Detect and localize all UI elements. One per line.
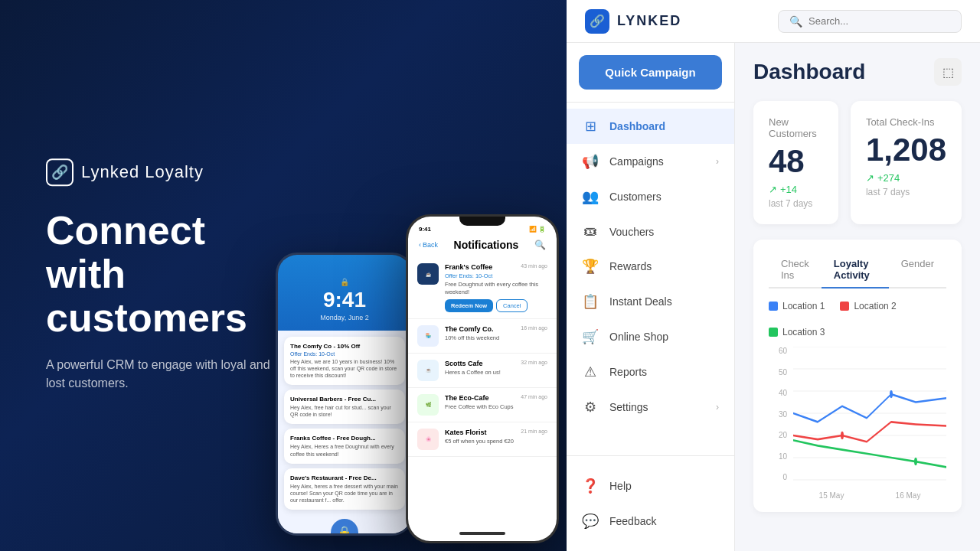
app-logo-text: LYNKED bbox=[617, 13, 681, 29]
front-nav: ‹ Back Notifications 🔍 bbox=[408, 236, 557, 254]
home-indicator bbox=[408, 526, 557, 541]
scotts-avatar: ☕ bbox=[417, 360, 439, 381]
back-notif-3: Franks Coffee - Free Dough... Hey Alex, … bbox=[284, 429, 405, 463]
sidebar-top: Quick Campaign bbox=[567, 43, 734, 103]
sidebar-item-dashboard[interactable]: ⊞ Dashboard bbox=[567, 109, 734, 144]
back-notif-2: Universal Barbers - Free Cu... Hey Alex,… bbox=[284, 390, 405, 424]
quick-campaign-button[interactable]: Quick Campaign bbox=[579, 55, 722, 90]
legend-loc3-dot bbox=[769, 328, 778, 337]
hero-subtitle: A powerful CRM to engage with loyal and … bbox=[46, 356, 291, 393]
chart-section: Check Ins Loyalty Activity Gender Locati… bbox=[753, 240, 962, 512]
comfy-avatar: 🏪 bbox=[417, 325, 439, 347]
customers-icon: 👥 bbox=[582, 188, 599, 205]
sidebar-item-settings[interactable]: ⚙ Settings › bbox=[567, 390, 734, 425]
vouchers-icon: 🎟 bbox=[582, 223, 599, 240]
legend-location2: Location 2 bbox=[840, 301, 896, 311]
search-bar[interactable]: 🔍 bbox=[778, 10, 962, 33]
notif-scotts: ☕ Scotts Cafe 32 min ago Heres a Coffee … bbox=[408, 354, 557, 388]
new-customers-period: last 7 days bbox=[769, 198, 823, 209]
new-customers-change: ↗ +14 bbox=[769, 184, 823, 195]
chart-tabs: Check Ins Loyalty Activity Gender bbox=[769, 252, 946, 289]
brand-name: Lynked Loyalty bbox=[81, 162, 204, 182]
sidebar-item-instant-deals[interactable]: 📋 Instant Deals bbox=[567, 284, 734, 319]
back-phone-time: 9:41 bbox=[287, 288, 402, 312]
online-shop-icon: 🛒 bbox=[582, 328, 599, 345]
settings-arrow: › bbox=[716, 402, 719, 412]
legend-loc2-dot bbox=[840, 302, 849, 311]
back-button[interactable]: ‹ Back bbox=[419, 241, 438, 249]
phone-notch bbox=[459, 217, 505, 226]
sidebar-item-help[interactable]: ❓ Help bbox=[567, 468, 734, 504]
help-icon: ❓ bbox=[582, 478, 599, 494]
phone-front: 9:41 📶 🔋 ‹ Back Notifications 🔍 ☕ Frank'… bbox=[406, 214, 559, 543]
franks-avatar: ☕ bbox=[417, 263, 439, 285]
stat-card-new-customers: New Customers 48 ↗ +14 last 7 days bbox=[753, 101, 838, 224]
app-logo-icon: 🔗 bbox=[585, 9, 609, 34]
stat-cards: New Customers 48 ↗ +14 last 7 days Total… bbox=[753, 101, 962, 224]
dashboard-header: Dashboard ⬚ bbox=[753, 58, 962, 86]
notif-comfy: 🏪 The Comfy Co. 16 min ago 10% off this … bbox=[408, 319, 557, 354]
hero-title: Connect with customers bbox=[46, 209, 291, 341]
sidebar-item-campaigns[interactable]: 📢 Campaigns › bbox=[567, 144, 734, 179]
instant-deals-icon: 📋 bbox=[582, 293, 599, 310]
cancel-button[interactable]: Cancel bbox=[496, 299, 528, 312]
total-checkins-period: last 7 days bbox=[866, 187, 946, 197]
svg-point-8 bbox=[841, 432, 844, 439]
up-arrow-icon: ↗ bbox=[769, 184, 777, 195]
new-customers-value: 48 bbox=[769, 145, 823, 178]
notif-franks: ☕ Frank's Coffee 43 min ago Offer Ends: … bbox=[408, 257, 557, 319]
eco-avatar: 🌿 bbox=[417, 394, 439, 416]
legend-location3: Location 3 bbox=[769, 327, 825, 337]
search-icon: 🔍 bbox=[789, 15, 802, 28]
tab-loyalty-activity[interactable]: Loyalty Activity bbox=[822, 252, 889, 289]
checkins-up-arrow-icon: ↗ bbox=[866, 172, 874, 184]
app-navbar: 🔗 LYNKED 🔍 bbox=[567, 0, 980, 43]
total-checkins-change: ↗ +274 bbox=[866, 172, 946, 184]
chart-plot bbox=[793, 347, 946, 481]
sidebar: Quick Campaign ⊞ Dashboard 📢 Campaigns ›… bbox=[567, 43, 735, 551]
dashboard-icon: ⊞ bbox=[582, 118, 599, 135]
back-notif-1: The Comfy Co - 10% Off Offer Ends: 10-Oc… bbox=[284, 337, 405, 385]
notifications-title: Notifications bbox=[438, 239, 534, 251]
chart-x-axis: 15 May 16 May bbox=[793, 491, 946, 500]
tab-gender[interactable]: Gender bbox=[889, 252, 946, 289]
chart-wrapper: 60 50 40 30 20 10 0 bbox=[769, 347, 946, 500]
svg-point-7 bbox=[890, 390, 893, 398]
settings-icon: ⚙ bbox=[582, 399, 599, 416]
dashboard-title: Dashboard bbox=[753, 60, 865, 84]
search-input[interactable] bbox=[808, 15, 950, 27]
chart-y-axis: 60 50 40 30 20 10 0 bbox=[769, 347, 790, 481]
legend-location1: Location 1 bbox=[769, 301, 825, 311]
app-logo: 🔗 LYNKED bbox=[585, 9, 681, 34]
rewards-icon: 🏆 bbox=[582, 258, 599, 275]
brand-logo: 🔗 Lynked Loyalty bbox=[46, 158, 291, 186]
dashboard-export-icon[interactable]: ⬚ bbox=[934, 58, 962, 86]
back-notif-4: Dave's Restaurant - Free De... Hey Alex,… bbox=[284, 468, 405, 510]
right-panel: 🔗 LYNKED 🔍 Quick Campaign ⊞ Dashboard 📢 … bbox=[567, 0, 980, 551]
phone-back: 🔒 9:41 Monday, June 2 The Comfy Co - 10%… bbox=[276, 253, 413, 536]
notif-florist: 🌸 Kates Florist 21 min ago €5 off when y… bbox=[408, 422, 557, 457]
brand-icon: 🔗 bbox=[46, 158, 74, 186]
hero-content: 🔗 Lynked Loyalty Connect with customers … bbox=[46, 158, 291, 393]
florist-avatar: 🌸 bbox=[417, 429, 439, 450]
sidebar-item-rewards[interactable]: 🏆 Rewards bbox=[567, 249, 734, 284]
tab-checkins[interactable]: Check Ins bbox=[769, 252, 822, 289]
notif-eco: 🌿 The Eco-Cafe 47 min ago Free Coffee wi… bbox=[408, 388, 557, 422]
sidebar-item-customers[interactable]: 👥 Customers bbox=[567, 179, 734, 214]
legend-loc1-dot bbox=[769, 302, 778, 311]
total-checkins-label: Total Check-Ins bbox=[866, 116, 946, 128]
app-main: Quick Campaign ⊞ Dashboard 📢 Campaigns ›… bbox=[567, 43, 980, 551]
chart-legend: Location 1 Location 2 Location 3 bbox=[769, 301, 946, 337]
total-checkins-value: 1,208 bbox=[866, 134, 946, 166]
front-search-icon[interactable]: 🔍 bbox=[534, 240, 546, 250]
sidebar-nav: ⊞ Dashboard 📢 Campaigns › 👥 Customers 🎟 … bbox=[567, 103, 734, 455]
redeem-button[interactable]: Redeem Now bbox=[445, 299, 493, 312]
chart-svg bbox=[793, 347, 946, 481]
sidebar-item-feedback[interactable]: 💬 Feedback bbox=[567, 504, 734, 539]
sidebar-item-online-shop[interactable]: 🛒 Online Shop bbox=[567, 319, 734, 354]
new-customers-label: New Customers bbox=[769, 116, 823, 139]
sidebar-item-reports[interactable]: ⚠ Reports bbox=[567, 354, 734, 390]
dashboard-content: Dashboard ⬚ New Customers 48 ↗ +14 last … bbox=[735, 43, 980, 551]
sidebar-footer: ❓ Help 💬 Feedback bbox=[567, 455, 734, 551]
sidebar-item-vouchers[interactable]: 🎟 Vouchers bbox=[567, 214, 734, 249]
